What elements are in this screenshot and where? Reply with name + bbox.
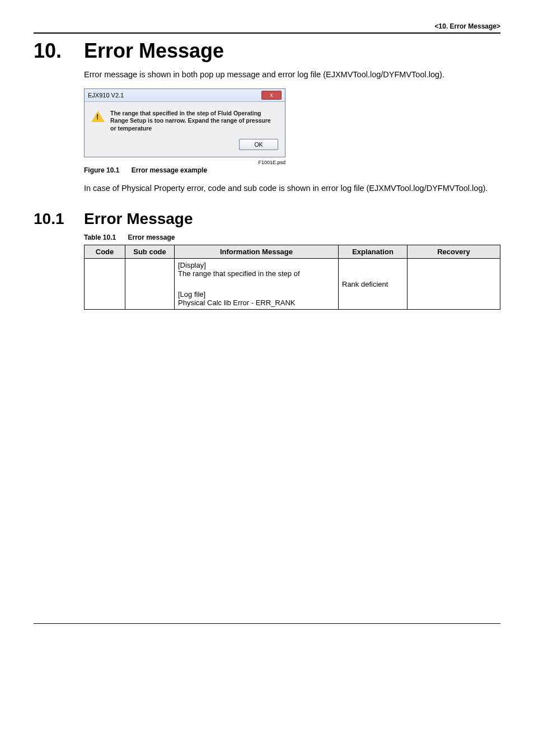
table-caption: Table 10.1 Error message [84, 234, 500, 241]
col-header-subcode: Sub code [125, 245, 175, 259]
figure-caption-label: Figure 10.1 [84, 166, 119, 174]
chapter-title: Error Message [84, 39, 224, 63]
col-header-code: Code [85, 245, 125, 259]
col-header-explanation: Explanation [339, 245, 407, 259]
info-display-text: The range that specified in the step of [178, 269, 335, 278]
intro-paragraph: Error message is shown in both pop up me… [84, 69, 500, 81]
info-log-text: Physical Calc lib Error - ERR_RANK [178, 298, 335, 307]
cell-subcode [125, 259, 175, 310]
error-dialog-figure: EJX910 V2.1 x The range that specified i… [84, 88, 285, 158]
ok-button[interactable]: OK [239, 139, 278, 150]
col-header-info: Information Message [175, 245, 339, 259]
dialog-titlebar: EJX910 V2.1 x [85, 89, 285, 102]
cell-info-message: [Display] The range that specified in th… [175, 259, 339, 310]
dialog-body-text: The range that specified in the step of … [110, 110, 278, 133]
page-header-breadcrumb: <10. Error Message> [34, 22, 500, 30]
cell-explanation: Rank deficient [339, 259, 407, 310]
figure-caption-text: Error message example [132, 166, 207, 174]
section-number: 10.1 [34, 210, 84, 228]
close-icon[interactable]: x [261, 91, 282, 100]
section-title: Error Message [84, 210, 193, 228]
chapter-heading: 10. Error Message [34, 39, 500, 63]
figure-caption: Figure 10.1 Error message example [84, 166, 500, 174]
table-header-row: Code Sub code Information Message Explan… [85, 245, 500, 259]
chapter-number: 10. [34, 39, 84, 63]
post-figure-paragraph: In case of Physical Property error, code… [84, 183, 500, 194]
cell-recovery [407, 259, 500, 310]
table-caption-text: Error message [128, 234, 175, 241]
dialog-window: EJX910 V2.1 x The range that specified i… [84, 88, 285, 158]
error-message-table: Code Sub code Information Message Explan… [84, 245, 500, 310]
table-caption-label: Table 10.1 [84, 234, 116, 241]
footer-rule [34, 623, 500, 624]
table-row: [Display] The range that specified in th… [85, 259, 500, 310]
col-header-recovery: Recovery [407, 245, 500, 259]
info-log-label: [Log file] [178, 290, 335, 298]
header-rule [34, 32, 500, 34]
info-display-label: [Display] [178, 261, 335, 269]
dialog-filename-label: F1001E.psd [84, 160, 285, 165]
warning-icon [91, 111, 105, 122]
cell-code [85, 259, 125, 310]
section-heading: 10.1 Error Message [34, 210, 500, 228]
dialog-title: EJX910 V2.1 [88, 92, 124, 99]
